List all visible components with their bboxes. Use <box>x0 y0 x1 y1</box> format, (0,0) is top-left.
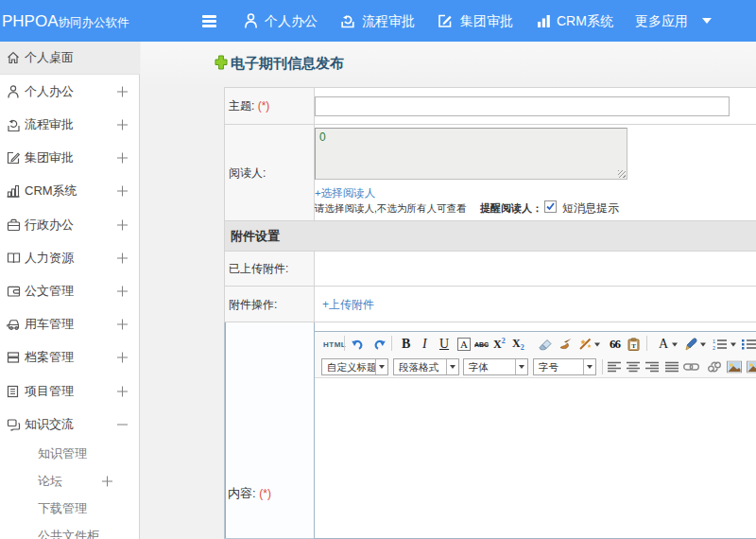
svg-text:2: 2 <box>713 344 715 350</box>
svg-text:T: T <box>631 341 636 349</box>
svg-text:1: 1 <box>713 338 715 343</box>
